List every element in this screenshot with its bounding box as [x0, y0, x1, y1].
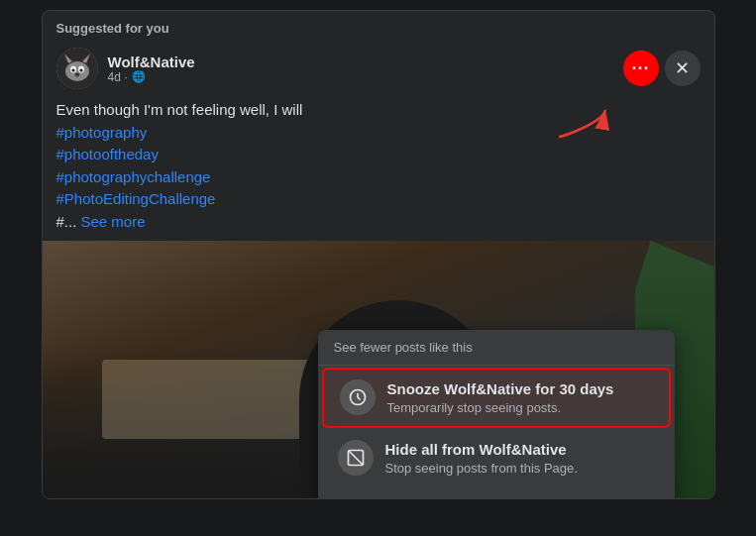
- hide-title: Hide all from Wolf&Native: [385, 440, 578, 460]
- svg-point-10: [74, 73, 79, 76]
- avatar[interactable]: [56, 48, 98, 89]
- close-button[interactable]: ✕: [665, 51, 701, 86]
- hide-icon: [338, 440, 374, 476]
- post-meta: 4d · 🌐: [108, 70, 195, 84]
- hashtag-photography[interactable]: #photography: [56, 124, 148, 141]
- hashtag-photoeditingchallenge[interactable]: #PhotoEditingChallenge: [56, 190, 216, 207]
- snooze-title: Snooze Wolf&Native for 30 days: [387, 379, 614, 399]
- snooze-subtitle: Temporarily stop seeing posts.: [387, 400, 614, 417]
- dropdown-header: See fewer posts like this: [318, 334, 675, 366]
- card: Suggested for you: [42, 10, 715, 499]
- globe-icon: 🌐: [132, 70, 146, 83]
- see-more-link[interactable]: See more: [81, 213, 146, 230]
- dropdown-menu: See fewer posts like this Snooze Wolf&Na…: [318, 330, 675, 498]
- hashtag-photographychallenge[interactable]: #photographychallenge: [56, 168, 211, 185]
- post-image: See fewer posts like this Snooze Wolf&Na…: [43, 241, 714, 498]
- more-button[interactable]: ···: [623, 51, 659, 86]
- hashtag-photooftheday[interactable]: #photooftheday: [56, 146, 159, 162]
- post-text: Even though I'm not feeling well, I will…: [43, 95, 714, 241]
- page-name[interactable]: Wolf&Native: [108, 54, 195, 70]
- svg-point-8: [71, 69, 74, 72]
- dropdown-item-report[interactable]: Report photo We won't let Wolf&Native kn…: [322, 489, 671, 498]
- svg-point-9: [79, 69, 82, 72]
- dropdown-item-snooze[interactable]: Snooze Wolf&Native for 30 days Temporari…: [322, 368, 671, 428]
- hide-subtitle: Stop seeing posts from this Page.: [385, 461, 578, 478]
- arrow-indicator: [554, 102, 613, 142]
- suggested-label: Suggested for you: [43, 11, 714, 42]
- hashtag-suffix: #...: [56, 213, 81, 230]
- svg-point-1: [65, 61, 89, 81]
- dropdown-item-hide[interactable]: Hide all from Wolf&Native Stop seeing po…: [322, 430, 671, 486]
- snooze-icon: [340, 379, 376, 415]
- svg-line-14: [348, 451, 363, 466]
